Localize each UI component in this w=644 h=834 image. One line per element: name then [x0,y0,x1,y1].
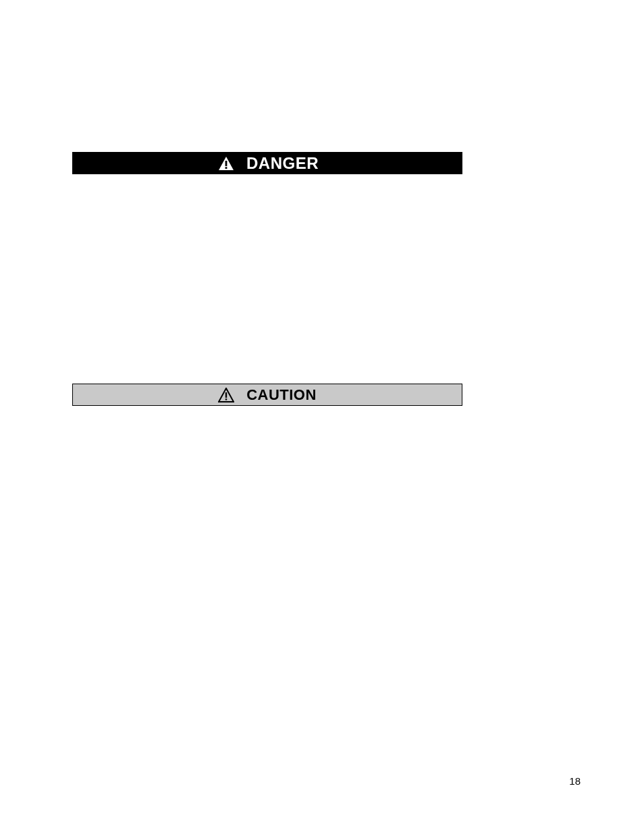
caution-banner-inner: CAUTION [218,386,317,404]
danger-banner: DANGER [72,152,462,174]
alert-triangle-icon [218,156,234,171]
document-page: DANGER CAUTION 18 [0,0,644,834]
caution-banner: CAUTION [72,384,462,406]
svg-rect-4 [225,392,227,398]
alert-triangle-icon [218,388,234,402]
danger-banner-inner: DANGER [218,154,319,173]
caution-label: CAUTION [246,386,317,404]
page-number: 18 [569,775,581,787]
danger-label: DANGER [246,154,319,173]
svg-rect-1 [225,161,227,166]
svg-rect-2 [225,167,227,169]
svg-rect-5 [225,398,227,400]
